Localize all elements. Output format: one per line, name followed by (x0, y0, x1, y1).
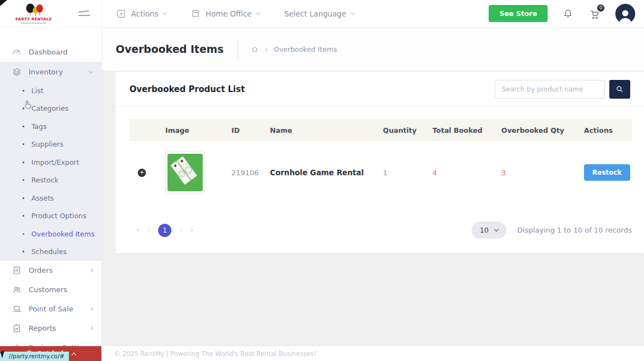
sidebar: Dashboard Inventory List Categories Tags… (0, 28, 102, 361)
sidebar-subitem-assets[interactable]: Assets (0, 189, 101, 207)
sidebar-subitem-list[interactable]: List (0, 82, 101, 100)
divider (237, 39, 238, 60)
sidebar-item-reports[interactable]: Reports (0, 319, 101, 338)
subitem-label: Assets (31, 194, 54, 202)
sidebar-subitem-tags[interactable]: Tags (0, 117, 101, 136)
sidebar-toggle-icon[interactable] (78, 11, 90, 16)
sidebar-item-orders[interactable]: Orders (0, 261, 101, 280)
page-header: Overbooked Items › Overbooked Items (102, 28, 644, 71)
actions-dropdown[interactable]: Actions (116, 9, 166, 19)
actions-label: Actions (131, 9, 158, 18)
sidebar-item-label: Dashboard (29, 48, 68, 56)
top-navigation: Actions Home Office Select Language (116, 9, 354, 19)
breadcrumb: › Overbooked Items (251, 45, 337, 53)
sidebar-subitem-categories[interactable]: Categories (0, 100, 101, 118)
plus-square-icon (116, 9, 126, 19)
search-button[interactable] (609, 80, 630, 99)
expand-row-button[interactable]: + (138, 169, 146, 177)
balloons-icon (23, 3, 45, 18)
sidebar-item-label: Reports (29, 324, 56, 332)
sidebar-item-point-of-sale[interactable]: Point of Sale (0, 299, 101, 319)
bullet-icon (23, 143, 24, 145)
sidebar-subitem-schedules[interactable]: Schedules (0, 243, 101, 261)
cornhole-boards-image (167, 153, 203, 192)
prev-page-button[interactable]: ‹ (148, 227, 150, 233)
subitem-label: Schedules (31, 247, 67, 256)
card-body: Image ID Name Quantity Total Booked Over… (116, 107, 644, 253)
layers-icon (12, 67, 21, 77)
copyright-text: © 2025 RentMy | Powering The World's Bes… (114, 350, 316, 358)
search-input[interactable] (495, 80, 605, 99)
sidebar-item-dashboard[interactable]: Dashboard (0, 42, 101, 62)
main-area: Overbooked Items › Overbooked Items Over… (102, 28, 644, 361)
breadcrumb-separator: › (265, 45, 268, 53)
page-size-select[interactable]: 10 (472, 222, 506, 239)
sidebar-item-customers[interactable]: Customers (0, 280, 101, 299)
card-header: Overbooked Product List (116, 72, 644, 107)
bullet-icon (23, 161, 24, 163)
bell-icon (562, 8, 573, 19)
subitem-label: Import/Export (31, 158, 79, 166)
sidebar-item-label: Customers (29, 285, 67, 294)
brand-tagline (21, 23, 46, 24)
bullet-icon (23, 197, 24, 199)
topbar-right: See Store 0 (489, 4, 644, 24)
sidebar-subitem-product-options[interactable]: Product Options (0, 207, 101, 225)
brand-name: PARTY RENTALE (15, 17, 52, 21)
see-store-button[interactable]: See Store (489, 5, 548, 22)
content-area: Overbooked Product List (102, 71, 644, 346)
chevron-down-icon (163, 10, 167, 15)
subitem-label: List (31, 87, 44, 95)
user-avatar[interactable] (615, 4, 635, 24)
header-overbooked-qty: Overbooked Qty (496, 126, 578, 134)
subitem-label: Restock (31, 176, 58, 184)
cell-name: Cornhole Game Rental (264, 168, 377, 177)
home-icon[interactable] (251, 45, 259, 53)
sidebar-item-inventory[interactable]: Inventory (0, 62, 101, 82)
sidebar-item-label: Inventory (29, 68, 63, 76)
last-page-button[interactable]: » (190, 227, 193, 233)
page-size-value: 10 (480, 226, 489, 234)
pager-right: 10 Displaying 1 to 10 of 10 records (472, 222, 632, 239)
sidebar-subitem-overbooked-items[interactable]: Overbooked Items (0, 225, 101, 243)
sidebar-subitem-suppliers[interactable]: Suppliers (0, 136, 101, 154)
pos-icon (12, 304, 21, 314)
pager: « ‹ 1 › » (136, 224, 193, 237)
reports-icon (12, 324, 21, 333)
restock-button[interactable]: Restock (584, 164, 630, 181)
search-box (495, 80, 630, 99)
chevron-up-icon (71, 352, 75, 357)
chevron-down-icon (89, 68, 93, 73)
sidebar-item-label: Point of Sale (29, 305, 73, 313)
language-label: Select Language (284, 9, 347, 18)
chevron-down-icon (494, 227, 499, 231)
corner-artifact (0, 0, 7, 6)
subitem-label: Overbooked Items (31, 230, 95, 238)
sidebar-subitem-restock[interactable]: Restock (0, 171, 101, 190)
brand-logo[interactable]: PARTY RENTALE (15, 3, 52, 24)
cart-button[interactable]: 0 (588, 8, 600, 20)
notifications-button[interactable] (562, 8, 573, 19)
sidebar-item-label: Orders (29, 266, 53, 274)
bullet-icon (23, 251, 24, 252)
chevron-right-icon (89, 326, 93, 330)
first-page-button[interactable]: « (136, 227, 139, 233)
store-dropdown[interactable]: Home Office (191, 9, 260, 19)
language-dropdown[interactable]: Select Language (284, 9, 355, 18)
chevron-right-icon (89, 307, 93, 311)
table-row: + (129, 141, 632, 205)
subitem-label: Tags (31, 122, 47, 131)
next-page-button[interactable]: › (180, 227, 182, 233)
chevron-down-icon (350, 10, 355, 15)
header-actions: Actions (578, 126, 632, 134)
product-image[interactable] (165, 151, 205, 194)
cell-overbooked-qty: 3 (496, 169, 578, 177)
current-page-button[interactable]: 1 (158, 224, 171, 237)
sidebar-subitem-import-export[interactable]: Import/Export (0, 153, 101, 171)
inventory-section: Inventory List Categories Tags Suppliers… (0, 62, 101, 261)
app-window: PARTY RENTALE Actions Home Office (0, 0, 644, 361)
chevron-right-icon (89, 268, 93, 272)
overbooked-product-card: Overbooked Product List (116, 72, 644, 253)
header-name: Name (264, 126, 377, 134)
mouse-cursor-hand (24, 100, 33, 109)
